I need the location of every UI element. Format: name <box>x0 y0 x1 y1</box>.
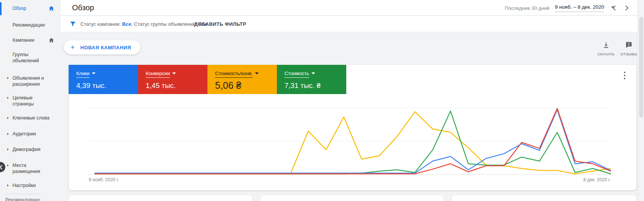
active-item-indicator <box>0 2 2 15</box>
metric-value: 1,45 тыс. <box>146 82 207 90</box>
sidebar-footer-label: Рекомендовано <box>5 197 40 201</box>
sidebar-item-overview[interactable]: Обзор <box>13 5 52 11</box>
sidebar-item-landing-pages[interactable]: Целевые страницы <box>13 95 52 107</box>
previous-period-button[interactable] <box>610 4 619 12</box>
sidebar-item-ad-groups[interactable]: Группы объявлений <box>13 52 52 64</box>
sidebar-item-campaigns[interactable]: Кампании <box>13 37 52 43</box>
sidebar-item-label: Места размещения <box>13 163 40 174</box>
divider <box>5 194 42 194</box>
bottom-card <box>69 195 252 201</box>
filter-label: Статус кампании: <box>80 21 122 27</box>
sidebar-item-label: Настройки <box>13 183 36 188</box>
chevron-right-icon[interactable] <box>7 133 9 135</box>
metric-label: Стоимость/конв. <box>215 71 253 78</box>
chevron-left-icon <box>0 164 4 170</box>
chevron-right-icon[interactable] <box>7 164 9 166</box>
filter-label: Статус группы объявлений: <box>134 21 198 27</box>
new-campaign-button[interactable]: + НОВАЯ КАМПАНИЯ <box>64 40 140 55</box>
home-icon <box>48 5 55 11</box>
new-campaign-label: НОВАЯ КАМПАНИЯ <box>80 45 131 50</box>
applied-filters[interactable]: Статус кампании: Все; Статус группы объя… <box>80 21 207 27</box>
page-header: Обзор Последние 30 дней 9 нояб. – 8 дек.… <box>61 0 638 16</box>
chevron-down-icon[interactable] <box>172 72 176 74</box>
chevron-down-icon[interactable] <box>92 72 96 74</box>
sidebar-item-audiences[interactable]: Аудитории <box>13 131 52 137</box>
chevron-down-icon[interactable] <box>255 72 259 74</box>
bottom-card <box>260 195 444 201</box>
sidebar-item-label: Рекомендации <box>13 22 45 28</box>
filter-icon <box>69 20 76 27</box>
x-axis-start-label: 9 нояб. 2020 г. <box>89 177 119 182</box>
card-options-button[interactable] <box>621 70 628 81</box>
metric-card-clicks[interactable]: Клики 4,39 тыс. <box>69 65 138 94</box>
scrollbar-thumb[interactable] <box>639 17 643 118</box>
sidebar-item-recommendations[interactable]: Рекомендации <box>13 22 52 28</box>
date-range-preset: Последние 30 дней <box>505 5 550 11</box>
overview-chart-card: Клики 4,39 тыс. Конверсии 1,45 тыс. Стои… <box>69 65 636 190</box>
x-axis-end-label: 8 дек. 2020 г. <box>583 177 611 182</box>
sidebar: Обзор Рекомендации Кампании Группы объяв… <box>0 0 61 201</box>
metric-card-cost-per-conversion[interactable]: Стоимость/конв. 5,06 ₴ <box>207 65 277 94</box>
kebab-icon <box>624 72 625 73</box>
metric-card-conversions[interactable]: Конверсии 1,45 тыс. <box>138 65 207 94</box>
vertical-scrollbar[interactable] <box>638 0 644 201</box>
page-title: Обзор <box>72 3 94 12</box>
date-range-value[interactable]: 9 нояб. – 8 дек. 2020 <box>555 4 604 12</box>
sidebar-item-label: Аудитории <box>13 131 36 137</box>
sidebar-item-label: Кампании <box>13 38 34 43</box>
sidebar-item-label: Демография <box>13 147 40 152</box>
next-period-button[interactable] <box>622 4 631 12</box>
download-button[interactable]: СКАЧАТЬ <box>595 41 617 56</box>
add-filter-button[interactable]: ДОБАВИТЬ ФИЛЬТР <box>194 21 246 27</box>
metric-value: 4,39 тыс. <box>76 82 138 90</box>
metric-label: Стоимость <box>284 71 309 78</box>
download-label: СКАЧАТЬ <box>595 52 617 56</box>
sidebar-item-placements[interactable]: Места размещения <box>13 162 52 174</box>
chevron-down-icon[interactable] <box>311 72 315 74</box>
sidebar-item-label: Целевые страницы <box>13 95 34 107</box>
metric-label: Конверсии <box>146 71 170 78</box>
metric-label: Клики <box>76 71 90 78</box>
download-icon <box>602 41 610 49</box>
date-nav <box>610 4 631 12</box>
sidebar-item-ads-extensions[interactable]: Объявления и расширения <box>13 75 52 87</box>
sidebar-item-settings[interactable]: Настройки <box>13 182 52 188</box>
home-icon <box>48 37 55 43</box>
chevron-right-icon[interactable] <box>7 97 9 99</box>
sidebar-item-demographics[interactable]: Демография <box>13 146 52 152</box>
metric-value: 7,31 тыс. ₴ <box>284 82 346 90</box>
chevron-right-icon[interactable] <box>7 148 9 151</box>
metric-card-cost[interactable]: Стоимость 7,31 тыс. ₴ <box>277 65 346 94</box>
date-range-picker[interactable]: Последние 30 дней 9 нояб. – 8 дек. 2020 <box>505 4 615 12</box>
filter-bar: Статус кампании: Все; Статус группы объя… <box>61 16 638 32</box>
feedback-label: ОТЗЫВЫ <box>617 52 640 56</box>
sidebar-item-keywords[interactable]: Ключевые слова <box>13 115 52 121</box>
sidebar-item-label: Группы объявлений <box>13 52 39 63</box>
feedback-icon <box>625 41 633 49</box>
sidebar-item-label: Обзор <box>13 6 26 11</box>
chevron-right-icon[interactable] <box>7 117 9 119</box>
sidebar-item-label: Ключевые слова <box>13 115 49 121</box>
bottom-card <box>452 195 636 201</box>
filter-value: Все <box>122 21 131 27</box>
metric-value: 5,06 ₴ <box>215 80 277 91</box>
chevron-right-icon[interactable] <box>7 77 9 79</box>
plus-icon: + <box>71 43 75 52</box>
feedback-button[interactable]: ОТЗЫВЫ <box>617 41 640 56</box>
sidebar-item-label: Объявления и расширения <box>13 75 44 87</box>
chevron-right-icon[interactable] <box>7 184 9 187</box>
